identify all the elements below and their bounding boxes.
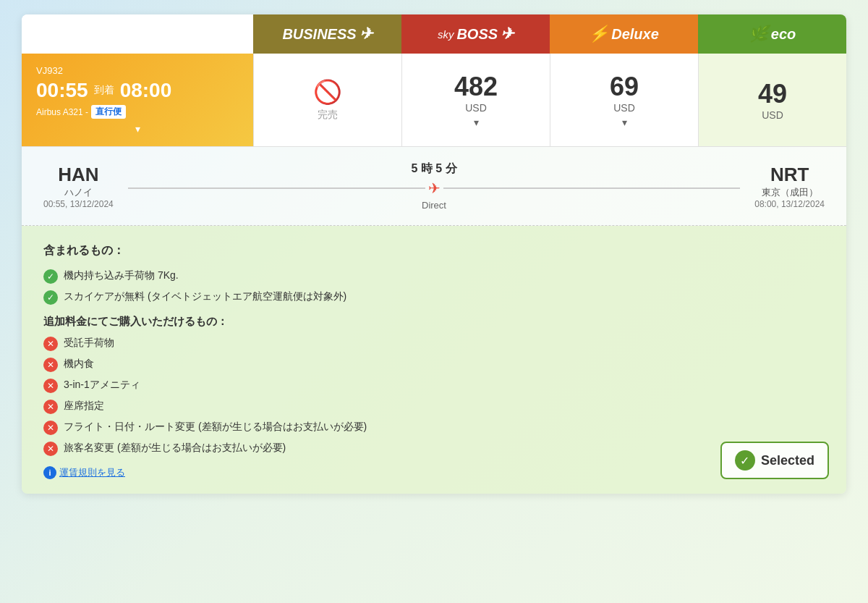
dest-city: 東京（成田） — [754, 186, 825, 199]
x-icon: ✕ — [43, 337, 58, 351]
included-item-0: 機内持ち込み手荷物 7Kg. — [64, 269, 179, 283]
origin-city: ハノイ — [43, 186, 114, 199]
list-item: ✕ フライト・日付・ルート変更 (差額が生じる場合はお支払いが必要) — [43, 420, 825, 435]
route-origin: HAN ハノイ 00:55, 13/12/2024 — [43, 164, 114, 209]
list-item: ✕ 機内食 — [43, 357, 825, 372]
x-icon: ✕ — [43, 358, 58, 372]
flight-details: Airbus A321 - 直行便 — [36, 105, 239, 119]
deluxe-price: 69 — [610, 72, 639, 102]
eco-leaf-icon: 🌿 — [749, 25, 768, 43]
price-cell-eco[interactable]: 49 USD — [698, 54, 846, 146]
list-item: ✓ スカイケアが無料 (タイベトジェットエア航空運航便は対象外) — [43, 290, 825, 305]
price-cell-skyboss[interactable]: 482 USD ▾ — [401, 54, 550, 146]
route-destination: NRT 東京（成田） 08:00, 13/12/2024 — [754, 164, 825, 209]
list-item: ✕ 座席指定 — [43, 399, 825, 414]
selected-badge: ✓ Selected — [720, 442, 829, 479]
list-item: ✓ 機内持ち込み手荷物 7Kg. — [43, 269, 825, 284]
addon-item-0: 受託手荷物 — [64, 336, 114, 350]
addon-item-2: 3-in-1アメニティ — [64, 378, 140, 392]
flight-number: VJ932 — [36, 65, 239, 76]
eco-price: 49 — [758, 79, 787, 109]
fare-details-section: 含まれるもの： ✓ 機内持ち込み手荷物 7Kg. ✓ スカイケアが無料 (タイベ… — [22, 226, 846, 494]
selected-label: Selected — [761, 453, 814, 468]
route-line-right — [443, 187, 741, 189]
boss-label: BOSS — [456, 26, 498, 43]
tab-deluxe[interactable]: ⚡ Deluxe — [550, 14, 698, 54]
tab-skyboss[interactable]: sky BOSS ✈ — [401, 14, 550, 54]
route-middle: 5 時 5 分 ✈ Direct — [114, 161, 754, 211]
check-icon: ✓ — [43, 269, 58, 284]
fare-rules-label: 運賃規則を見る — [59, 466, 125, 479]
eco-logo: 🌿 eco — [749, 25, 796, 43]
addon-title: 追加料金にてご購入いただけるもの： — [43, 315, 825, 329]
business-logo: BUSINESS ✈ — [282, 25, 372, 43]
x-icon: ✕ — [43, 421, 58, 435]
list-item: ✕ 3-in-1アメニティ — [43, 378, 825, 393]
selected-check-icon: ✓ — [735, 450, 755, 471]
route-line-left — [128, 187, 425, 189]
route-row: HAN ハノイ 00:55, 13/12/2024 5 時 5 分 ✈ Dire… — [22, 147, 846, 226]
plane-icon: ✈ — [428, 180, 441, 197]
flight-price-row: VJ932 00:55 到着 08:00 Airbus A321 - 直行便 ▾… — [22, 54, 846, 147]
sold-out-icon: 🚫 — [313, 78, 342, 106]
deluxe-label: Deluxe — [611, 26, 659, 43]
addon-item-4: フライト・日付・ルート変更 (差額が生じる場合はお支払いが必要) — [64, 420, 367, 434]
flight-info-cell: VJ932 00:55 到着 08:00 Airbus A321 - 直行便 ▾ — [22, 54, 253, 146]
flight-info-chevron-icon[interactable]: ▾ — [36, 123, 239, 135]
tab-business[interactable]: BUSINESS ✈ — [253, 14, 401, 54]
sky-prefix: sky — [438, 28, 454, 41]
dest-datetime: 08:00, 13/12/2024 — [754, 199, 825, 209]
fare-tabs-row: BUSINESS ✈ sky BOSS ✈ ⚡ Deluxe 🌿 eco — [22, 14, 846, 54]
check-icon: ✓ — [43, 290, 58, 305]
skyboss-price-chevron-icon[interactable]: ▾ — [474, 117, 479, 128]
eco-label: eco — [771, 26, 796, 43]
sold-out-label: 完売 — [318, 109, 338, 122]
fare-rules-link[interactable]: i 運賃規則を見る — [43, 466, 825, 479]
included-item-1: スカイケアが無料 (タイベトジェットエア航空運航便は対象外) — [64, 290, 346, 304]
deluxe-price-chevron-icon[interactable]: ▾ — [622, 117, 627, 128]
dest-code: NRT — [754, 164, 825, 186]
addon-list: ✕ 受託手荷物 ✕ 機内食 ✕ 3-in-1アメニティ ✕ 座席指定 ✕ フライ… — [43, 336, 825, 456]
x-icon: ✕ — [43, 442, 58, 456]
eco-currency: USD — [762, 109, 783, 121]
aircraft-type: Airbus A321 - — [36, 107, 88, 117]
flight-times: 00:55 到着 08:00 — [36, 79, 239, 102]
x-icon: ✕ — [43, 379, 58, 393]
business-label: BUSINESS — [282, 26, 356, 43]
flight-duration: 5 時 5 分 — [411, 161, 456, 177]
origin-code: HAN — [43, 164, 114, 186]
addon-item-5: 旅客名変更 (差額が生じる場合はお支払いが必要) — [64, 441, 286, 455]
price-cell-business: 🚫 完売 — [253, 54, 401, 146]
deluxe-currency: USD — [613, 102, 635, 114]
addon-item-3: 座席指定 — [64, 399, 104, 413]
deluxe-logo: ⚡ Deluxe — [589, 25, 659, 43]
skyboss-wing-icon: ✈ — [501, 25, 514, 43]
tab-spacer — [22, 14, 253, 54]
price-cell-deluxe[interactable]: 69 USD ▾ — [550, 54, 698, 146]
direct-label: Direct — [422, 200, 446, 211]
included-list: ✓ 機内持ち込み手荷物 7Kg. ✓ スカイケアが無料 (タイベトジェットエア航… — [43, 269, 825, 305]
addon-item-1: 機内食 — [64, 357, 94, 371]
included-title: 含まれるもの： — [43, 243, 825, 258]
flight-card: BUSINESS ✈ sky BOSS ✈ ⚡ Deluxe 🌿 eco — [22, 14, 846, 494]
business-wing-icon: ✈ — [359, 25, 373, 43]
skyboss-price: 482 — [454, 72, 498, 102]
deluxe-speed-icon: ⚡ — [589, 25, 608, 43]
route-line: ✈ — [128, 180, 740, 197]
direct-flight-badge[interactable]: 直行便 — [91, 105, 126, 119]
departure-time: 00:55 — [36, 79, 88, 102]
tab-eco[interactable]: 🌿 eco — [698, 14, 846, 54]
skyboss-logo: sky BOSS ✈ — [438, 25, 514, 43]
x-icon: ✕ — [43, 400, 58, 414]
arrival-label: 到着 — [94, 84, 114, 97]
list-item: ✕ 旅客名変更 (差額が生じる場合はお支払いが必要) — [43, 441, 825, 456]
info-icon: i — [43, 466, 56, 479]
skyboss-currency: USD — [465, 102, 487, 114]
origin-datetime: 00:55, 13/12/2024 — [43, 199, 114, 209]
arrival-time: 08:00 — [120, 79, 172, 102]
list-item: ✕ 受託手荷物 — [43, 336, 825, 351]
